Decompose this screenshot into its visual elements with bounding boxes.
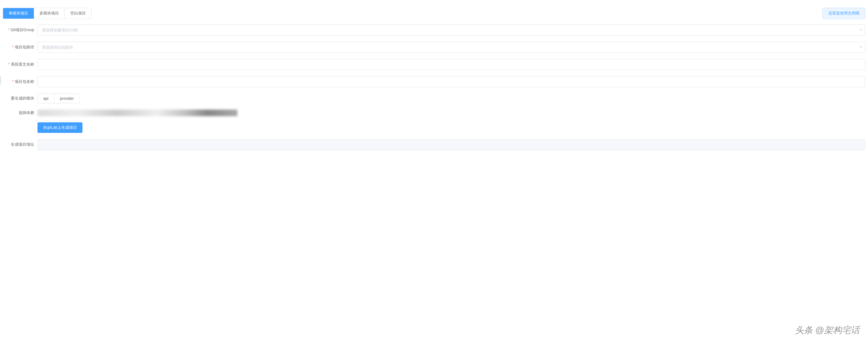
doc-link-button[interactable]: 这里是使用文档哦 <box>823 8 865 19</box>
git-group-input[interactable] <box>37 25 865 36</box>
form-item-dependencies: 选择依赖 <box>3 110 865 116</box>
sys-en-name-input[interactable] <box>37 59 865 70</box>
git-group-select[interactable] <box>37 25 865 36</box>
module-option-provider[interactable]: provider <box>55 94 80 103</box>
tab-multi-module[interactable]: 多模块项目 <box>34 8 65 19</box>
modules-checkbox-group: api provider <box>37 93 80 104</box>
form-item-git-group: *Git项目Group <box>3 25 865 36</box>
label-modules: 要生成的模块 <box>3 96 37 101</box>
package-path-select[interactable] <box>37 42 865 53</box>
label-package-path: *项目包路径 <box>3 45 37 50</box>
required-mark: * <box>8 28 9 32</box>
form-item-package-name: *项目包名称 <box>3 76 865 87</box>
header-row: 单模块项目 多模块项目 空白项目 这里是使用文档哦 <box>0 0 868 19</box>
form-item-package-path: *项目包路径 <box>3 42 865 53</box>
form-item-modules: 要生成的模块 api provider <box>3 93 865 104</box>
project-type-tabs: 单模块项目 多模块项目 空白项目 <box>3 8 92 19</box>
label-sys-en-name: *系统英文名称 <box>3 62 37 67</box>
tab-label: 单模块项目 <box>9 11 28 15</box>
redacted-content <box>37 110 238 116</box>
result-addr-input <box>37 139 865 150</box>
label-git-group: *Git项目Group <box>3 28 37 32</box>
tab-blank-project[interactable]: 空白项目 <box>65 8 91 19</box>
label-dependencies: 选择依赖 <box>3 110 37 115</box>
package-name-input[interactable] <box>37 76 865 87</box>
tab-label: 空白项目 <box>70 11 86 15</box>
tab-label: 多模块项目 <box>39 11 59 15</box>
form-item-result-addr: 生成项目地址 <box>3 139 865 150</box>
required-mark: * <box>8 62 10 66</box>
tab-single-module[interactable]: 单模块项目 <box>3 8 34 19</box>
package-path-input[interactable] <box>37 42 865 53</box>
project-form: *Git项目Group *项目包路径 *系统英文名称 <box>0 19 868 159</box>
form-item-submit: 在gitLab上生成项目 <box>3 122 865 133</box>
doc-link-label: 这里是使用文档哦 <box>828 11 859 15</box>
form-item-sys-en-name: *系统英文名称 <box>3 59 865 70</box>
generate-project-button[interactable]: 在gitLab上生成项目 <box>37 122 83 133</box>
module-option-api[interactable]: api <box>38 94 55 103</box>
dependencies-area <box>37 110 865 116</box>
required-mark: * <box>12 79 13 84</box>
required-mark: * <box>12 45 13 49</box>
label-package-name: *项目包名称 <box>3 79 37 84</box>
left-edge-stub <box>0 76 1 85</box>
label-result-addr: 生成项目地址 <box>3 142 37 147</box>
